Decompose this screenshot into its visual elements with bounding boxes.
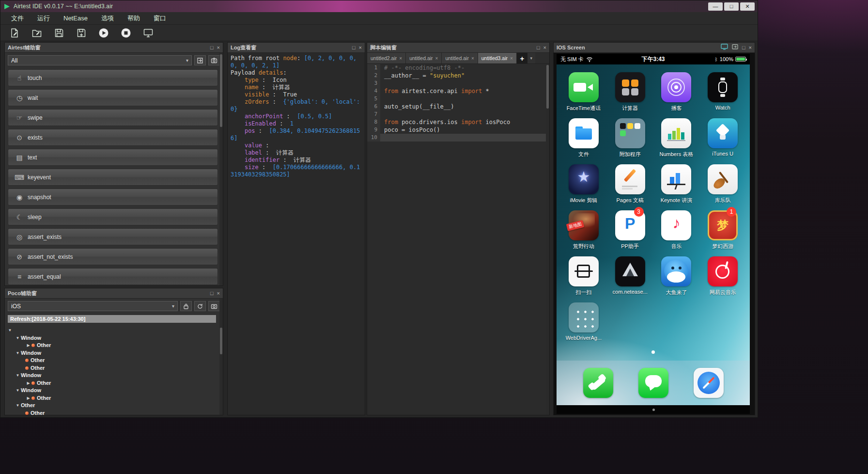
code-line[interactable]: 8from poco.drivers.ios import iosPoco (367, 118, 549, 126)
float-panel-icon[interactable]: □ (352, 45, 356, 50)
code-line[interactable]: 2__author__ = "suyuchen" (367, 72, 549, 79)
menu-item-运行[interactable]: 运行 (31, 12, 57, 25)
code-line[interactable]: 9poco = iosPoco() (367, 126, 549, 134)
device-orientation-button[interactable] (731, 43, 739, 52)
action-swipe[interactable]: ☞swipe (8, 109, 218, 126)
action-wait[interactable]: ◷wait (8, 89, 218, 106)
airtest-filter-select[interactable]: All ▾ (8, 55, 192, 65)
log-panel-header[interactable]: Log查看窗 □ × (228, 43, 365, 53)
open-script-button[interactable] (31, 27, 43, 39)
new-tab-button[interactable]: + (517, 53, 527, 63)
netease-app-icon[interactable] (708, 256, 738, 286)
tree-node-window[interactable]: ▼Window (5, 349, 218, 357)
device-connect-button[interactable] (142, 27, 155, 39)
safari-app-icon[interactable] (694, 368, 724, 398)
refresh-status-row[interactable]: Refresh:[2018-05-22 15:43:30] (8, 315, 216, 323)
tab-untitled.air[interactable]: untitled.air× (442, 53, 478, 63)
tab-close-icon[interactable]: × (471, 56, 474, 61)
menu-item-NetEase[interactable]: NetEase (57, 12, 94, 25)
menghuan-app-icon[interactable]: 梦1 (708, 210, 738, 240)
tree-leaf-other[interactable]: Other (5, 357, 218, 364)
tab-close-icon[interactable]: × (399, 56, 402, 61)
action-touch[interactable]: ☝touch (8, 69, 218, 86)
action-sleep[interactable]: ☾sleep (8, 208, 218, 225)
menu-item-文件[interactable]: 文件 (4, 12, 31, 25)
action-assert_exists[interactable]: ◎assert_exists (8, 228, 218, 245)
new-script-button[interactable] (8, 27, 21, 39)
collapse-icon[interactable]: ▼ (7, 328, 13, 332)
insert-node-button[interactable] (194, 55, 206, 65)
menu-item-窗口[interactable]: 窗口 (147, 12, 173, 25)
expand-icon[interactable]: ▶ (25, 343, 31, 348)
cube-app-icon[interactable] (615, 256, 645, 286)
tree-leaf-other[interactable]: Other (5, 410, 218, 415)
tree-leaf-other[interactable]: ▶Other (5, 379, 218, 387)
code-line[interactable]: 7 (367, 111, 549, 118)
refresh-button[interactable] (194, 301, 206, 311)
action-assert_equal[interactable]: ≡assert_equal (8, 268, 218, 285)
device-screen-mirror[interactable]: 无 SIM 卡 下午3:43 ᛒ 100% FaceTime通话计算器播客Wat… (557, 54, 750, 414)
tree-leaf-other[interactable]: ▶Other (5, 342, 218, 349)
ios-panel-header[interactable]: IOS Screen □ × (554, 43, 755, 53)
tree-node-window[interactable]: ▼Window (5, 372, 218, 379)
tree-root-row[interactable]: ▼ (5, 327, 218, 334)
scan-app-icon[interactable] (569, 256, 599, 286)
collapse-icon[interactable]: ▼ (15, 336, 21, 340)
device-snapshot-button[interactable] (721, 43, 728, 52)
float-panel-icon[interactable]: □ (210, 45, 214, 50)
expand-icon[interactable]: ▶ (25, 396, 31, 400)
close-panel-icon[interactable]: × (217, 291, 220, 296)
save-script-button[interactable] (53, 27, 65, 39)
phone-app-icon[interactable] (583, 368, 613, 398)
pp-app-icon[interactable]: P3 (615, 210, 645, 240)
numbers-app-icon[interactable] (661, 118, 691, 148)
close-panel-icon[interactable]: × (217, 45, 220, 50)
lock-button[interactable] (180, 301, 192, 311)
pages-app-icon[interactable] (615, 164, 645, 194)
run-script-button[interactable] (97, 27, 110, 39)
collapse-icon[interactable]: ▼ (15, 373, 21, 378)
itunesu-app-icon[interactable] (708, 118, 738, 148)
action-text[interactable]: ▤text (8, 149, 218, 166)
action-keyevent[interactable]: ⌨keyevent (8, 169, 218, 186)
action-assert_not_exists[interactable]: ⊘assert_not_exists (8, 248, 218, 265)
minimize-button[interactable]: — (708, 2, 723, 11)
code-editor[interactable]: 1# -*- encoding=utf8 -*-2__author__ = "s… (367, 64, 549, 415)
menu-item-帮助[interactable]: 帮助 (121, 12, 147, 25)
keynote-app-icon[interactable] (661, 164, 691, 194)
tab-close-icon[interactable]: × (510, 56, 513, 61)
tab-list-dropdown[interactable]: ▾ (527, 53, 535, 63)
tree-node-other[interactable]: ▼Other (5, 402, 218, 410)
messages-app-icon[interactable] (638, 368, 668, 398)
watch-app-icon[interactable] (708, 72, 738, 102)
close-panel-icon[interactable]: × (543, 45, 546, 50)
poco-scrollbar[interactable] (219, 299, 223, 415)
poco-driver-select[interactable]: iOS ▾ (8, 301, 178, 311)
poco-screenshot-button[interactable] (208, 301, 220, 311)
tree-node-window[interactable]: ▼Window (5, 387, 218, 395)
code-line[interactable]: 10 (367, 134, 549, 142)
editor-panel-header[interactable]: 脚本编辑窗 □ × (367, 43, 549, 53)
files-app-icon[interactable] (569, 118, 599, 148)
close-panel-icon[interactable]: × (749, 45, 752, 50)
poco-panel-header[interactable]: Poco辅助窗 □ × (5, 288, 223, 299)
knives-app-icon[interactable]: 新地图 (569, 210, 599, 240)
tree-node-window[interactable]: ▼Window (5, 334, 218, 342)
action-exists[interactable]: ⊙exists (8, 129, 218, 146)
code-line[interactable]: 6auto_setup(__file__) (367, 103, 549, 111)
tree-leaf-other[interactable]: ▶Other (5, 395, 218, 402)
title-bar[interactable]: Airtest IDE v0.0.17 ~~ E:\untitled3.air … (0, 0, 758, 12)
code-line[interactable]: 3 (367, 79, 549, 87)
close-panel-icon[interactable]: × (359, 45, 362, 50)
collapse-icon[interactable]: ▼ (15, 351, 21, 355)
ios-home-screen[interactable]: FaceTime通话计算器播客Watch文件附加程序Numbers 表格iTun… (557, 64, 750, 414)
save-as-script-button[interactable] (75, 27, 88, 39)
folder-app-icon[interactable] (615, 118, 645, 148)
collapse-icon[interactable]: ▼ (15, 403, 21, 408)
tab-untitled.air[interactable]: untitled.air× (406, 53, 442, 63)
maximize-button[interactable]: □ (724, 2, 739, 11)
collapse-icon[interactable]: ▼ (15, 388, 21, 393)
expand-icon[interactable]: ▶ (25, 381, 31, 385)
calculator-app-icon[interactable] (615, 72, 645, 102)
close-button[interactable]: ✕ (740, 2, 755, 11)
